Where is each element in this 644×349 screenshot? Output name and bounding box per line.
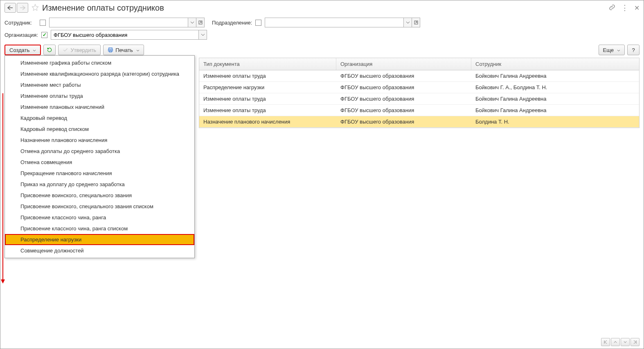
- documents-table: Тип документа Организация Сотрудник Изме…: [199, 58, 639, 128]
- cell-type: Изменение оплаты труда: [199, 70, 336, 81]
- employee-combo: [49, 18, 205, 27]
- more-button[interactable]: Еще: [599, 45, 625, 55]
- kebab-icon[interactable]: ⋮: [621, 3, 628, 12]
- print-button[interactable]: Печать: [103, 45, 144, 55]
- column-org-header[interactable]: Организация: [336, 58, 471, 70]
- print-button-label: Печать: [115, 47, 133, 53]
- table-header: Тип документа Организация Сотрудник: [199, 58, 639, 70]
- cell-emp: Болдина Т. Н.: [471, 116, 639, 127]
- approve-button-label: Утвердить: [70, 47, 96, 53]
- create-button[interactable]: Создать: [5, 45, 41, 55]
- cell-type: Распределение нагрузки: [199, 82, 336, 93]
- employee-dropdown-button[interactable]: [188, 18, 196, 27]
- department-combo: [265, 18, 420, 27]
- create-dropdown-item[interactable]: Приказ на доплату до среднего заработка: [5, 179, 194, 190]
- department-label: Подразделение:: [212, 20, 252, 26]
- cell-org: ФГБОУ высшего образования: [336, 70, 471, 81]
- column-emp-header[interactable]: Сотрудник: [471, 58, 639, 70]
- cell-type: Изменение оплаты труда: [199, 93, 336, 104]
- chevron-down-icon: [617, 47, 620, 53]
- cell-emp: Бойкович Галина Андреевна: [471, 93, 639, 104]
- cell-emp: Бойкович Галина Андреевна: [471, 70, 639, 81]
- employee-open-button[interactable]: [196, 18, 205, 27]
- organization-input[interactable]: [51, 30, 199, 40]
- close-icon[interactable]: ✕: [634, 4, 639, 12]
- employee-label: Сотрудник:: [5, 20, 36, 26]
- main-window: Изменение оплаты сотрудников ⋮ ✕ Сотрудн…: [0, 0, 644, 349]
- organization-dropdown-button[interactable]: [199, 30, 207, 40]
- create-dropdown-item[interactable]: Изменение квалификационного разряда (кат…: [5, 68, 194, 79]
- back-button[interactable]: [5, 3, 16, 13]
- department-checkbox[interactable]: [255, 20, 261, 26]
- cell-emp: Бойкович Галина Андреевна: [471, 105, 639, 116]
- create-dropdown-item[interactable]: Присвоение классного чина, ранга: [5, 212, 194, 223]
- filters-panel: Сотрудник: Подразделение: Организация:: [0, 15, 644, 42]
- nav-down-button[interactable]: [621, 338, 630, 346]
- create-dropdown-item[interactable]: Совмещение должностей: [5, 245, 194, 256]
- organization-checkbox[interactable]: [41, 32, 47, 38]
- create-dropdown-item[interactable]: Отмена совмещения: [5, 157, 194, 168]
- more-button-label: Еще: [603, 47, 614, 53]
- cell-org: ФГБОУ высшего образования: [336, 82, 471, 93]
- department-open-button[interactable]: [412, 18, 420, 27]
- forward-button[interactable]: [17, 3, 28, 13]
- create-dropdown-item[interactable]: Кадровый перевод: [5, 113, 194, 124]
- toolbar: Создать Утвердить Печать Еще ? Изменение…: [0, 42, 644, 58]
- department-input[interactable]: [265, 18, 404, 27]
- titlebar: Изменение оплаты сотрудников ⋮ ✕: [0, 0, 644, 15]
- table-row[interactable]: Изменение оплаты трудаФГБОУ высшего обра…: [199, 70, 639, 82]
- table-nav-buttons: [601, 338, 639, 346]
- titlebar-actions: ⋮ ✕: [609, 3, 639, 12]
- cell-type: Изменение оплаты труда: [199, 105, 336, 116]
- nav-last-button[interactable]: [630, 338, 639, 346]
- create-dropdown-item[interactable]: Назначение планового начисления: [5, 135, 194, 146]
- create-dropdown-item[interactable]: Изменение плановых начислений: [5, 101, 194, 113]
- table-row[interactable]: Распределение нагрузкиФГБОУ высшего обра…: [199, 82, 639, 93]
- column-type-header[interactable]: Тип документа: [199, 58, 336, 70]
- create-dropdown-item[interactable]: Изменение графика работы списком: [5, 57, 194, 68]
- department-dropdown-button[interactable]: [404, 18, 412, 27]
- create-dropdown-item[interactable]: Присвоение классного чина, ранга списком: [5, 223, 194, 234]
- chevron-down-icon: [136, 47, 140, 53]
- cell-org: ФГБОУ высшего образования: [336, 93, 471, 104]
- svg-rect-3: [108, 49, 113, 51]
- create-dropdown-item[interactable]: Изменение оплаты труда: [5, 90, 194, 101]
- help-button[interactable]: ?: [627, 45, 639, 55]
- table-row[interactable]: Изменение оплаты трудаФГБОУ высшего обра…: [199, 105, 639, 116]
- cell-type: Назначение планового начисления: [199, 116, 336, 127]
- create-dropdown-item[interactable]: Присвоение воинского, специального звани…: [5, 190, 194, 201]
- employee-input[interactable]: [49, 18, 188, 27]
- cell-org: ФГБОУ высшего образования: [336, 105, 471, 116]
- employee-checkbox[interactable]: [40, 20, 46, 26]
- create-dropdown-item[interactable]: Кадровый перевод списком: [5, 124, 194, 135]
- chevron-down-icon: [33, 47, 36, 53]
- table-row[interactable]: Изменение оплаты трудаФГБОУ высшего обра…: [199, 93, 639, 105]
- favorite-icon[interactable]: [32, 4, 39, 12]
- organization-label: Организация:: [5, 32, 38, 38]
- cell-org: ФГБОУ высшего образования: [336, 116, 471, 127]
- nav-up-button[interactable]: [611, 338, 620, 346]
- refresh-button[interactable]: [43, 45, 56, 55]
- page-title: Изменение оплаты сотрудников: [42, 3, 164, 13]
- create-button-label: Создать: [9, 47, 29, 53]
- create-dropdown-item[interactable]: Отмена доплаты до среднего заработка: [5, 146, 194, 157]
- cell-emp: Бойкович Г. А., Болдина Т. Н.: [471, 82, 639, 93]
- nav-first-button[interactable]: [601, 338, 610, 346]
- create-dropdown: Изменение графика работы спискомИзменени…: [5, 55, 195, 258]
- organization-combo: [51, 30, 207, 40]
- approve-button[interactable]: Утвердить: [58, 45, 101, 55]
- create-dropdown-item[interactable]: Изменение мест работы: [5, 79, 194, 90]
- create-dropdown-item[interactable]: Присвоение воинского, специального звани…: [5, 201, 194, 212]
- create-dropdown-item[interactable]: Распределение нагрузки: [5, 234, 194, 245]
- annotation-arrow: [0, 93, 8, 287]
- table-row[interactable]: Назначение планового начисленияФГБОУ выс…: [199, 116, 639, 128]
- create-dropdown-item[interactable]: Прекращение планового начисления: [5, 168, 194, 179]
- link-icon[interactable]: [609, 4, 615, 12]
